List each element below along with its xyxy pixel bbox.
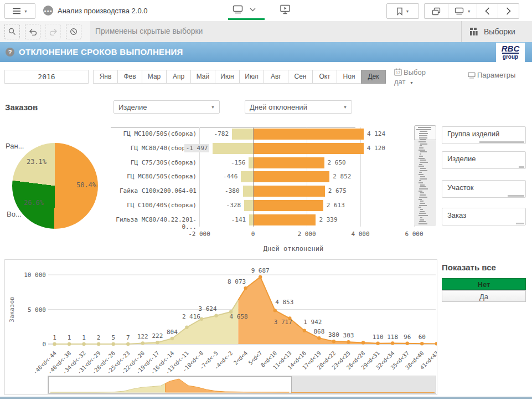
chevron-down-icon — [250, 8, 256, 12]
global-menu-button[interactable]: ▼ — [4, 3, 35, 19]
area-data-point[interactable] — [141, 341, 144, 345]
area-data-point[interactable] — [303, 329, 306, 332]
area-data-point[interactable] — [244, 286, 247, 290]
minimap-bar — [420, 164, 422, 165]
bar-negative[interactable] — [249, 214, 253, 225]
area-chart-range-slider[interactable] — [48, 376, 436, 394]
bar-negative[interactable] — [243, 186, 253, 197]
area-data-point[interactable] — [214, 314, 218, 317]
bookmarks-button[interactable]: ▼ — [386, 3, 419, 19]
area-data-point[interactable] — [259, 275, 262, 279]
month-button-Сен[interactable]: Сен — [288, 70, 313, 84]
area-data-point[interactable] — [435, 342, 437, 345]
filter-listbox-3[interactable]: Участок — [442, 180, 526, 198]
next-sheet-button[interactable] — [498, 4, 519, 18]
app-window: ▼ ●●● Анализ производства 2.0.0 — [0, 0, 532, 400]
year-filter[interactable]: 2016 — [4, 70, 89, 84]
area-data-point[interactable] — [53, 342, 56, 346]
filter-listbox-1[interactable]: Группа изделий — [442, 126, 526, 144]
bar-positive[interactable] — [254, 143, 364, 154]
bar-positive[interactable] — [254, 200, 323, 211]
area-data-label: 60 — [419, 334, 426, 341]
smart-search-button[interactable] — [4, 24, 20, 39]
area-data-point[interactable] — [185, 326, 188, 329]
date-picker-button[interactable]: 12 Выбор дат ▼ — [394, 68, 433, 88]
month-button-Авг[interactable]: Авг — [264, 70, 288, 84]
bar-positive[interactable] — [254, 129, 364, 140]
area-data-point[interactable] — [97, 342, 100, 346]
parameters-label: Параметры — [477, 71, 515, 79]
active-sheet-indicator — [228, 18, 265, 20]
month-button-Фев[interactable]: Фев — [117, 70, 142, 84]
month-button-Май[interactable]: Май — [190, 70, 215, 84]
parameters-button[interactable]: Параметры — [468, 71, 515, 79]
filter-scrollbar-thumb[interactable] — [519, 166, 524, 168]
area-data-point[interactable] — [171, 337, 174, 340]
month-button-Янв[interactable]: Янв — [93, 70, 118, 84]
presentation-mode-button[interactable] — [280, 4, 291, 14]
bar-negative[interactable] — [249, 157, 253, 168]
area-data-point[interactable] — [332, 340, 335, 343]
current-sheet-button[interactable] — [233, 5, 256, 14]
area-data-point[interactable] — [391, 341, 394, 345]
month-button-Окт[interactable]: Окт — [312, 70, 337, 84]
step-forward-button[interactable] — [45, 24, 61, 39]
previous-sheet-button[interactable] — [477, 4, 498, 18]
area-data-point[interactable] — [126, 342, 130, 346]
minimap-bar — [420, 133, 428, 134]
area-data-point[interactable] — [156, 341, 159, 344]
clear-selections-button[interactable] — [66, 24, 81, 39]
month-button-Июн[interactable]: Июн — [215, 70, 240, 84]
duplicate-sheet-button[interactable] — [425, 4, 448, 18]
minimap-bar — [420, 209, 423, 210]
bar-positive[interactable] — [254, 186, 325, 197]
area-data-point[interactable] — [82, 342, 85, 346]
area-data-point[interactable] — [317, 336, 321, 340]
step-back-button[interactable] — [25, 24, 40, 39]
area-data-point[interactable] — [376, 341, 379, 345]
bar-negative[interactable] — [213, 143, 253, 154]
area-data-point[interactable] — [68, 342, 71, 346]
measure-dropdown[interactable]: Дней отклонений ▼ — [245, 100, 352, 114]
minimap-bar — [420, 182, 423, 183]
dimension-dropdown[interactable]: Изделие ▼ — [113, 100, 220, 114]
bar-negative[interactable] — [241, 171, 253, 182]
filter-scrollbar-thumb[interactable] — [479, 141, 524, 143]
sheet-list-button[interactable]: ▼ — [448, 4, 477, 18]
month-button-Ноя[interactable]: Ноя — [337, 70, 361, 84]
area-data-point[interactable] — [361, 341, 365, 344]
orders-by-deviation-area-chart[interactable]: 05 00010 000Заказов1112571222228042 4163… — [4, 259, 437, 395]
bar-positive[interactable] — [254, 171, 329, 182]
minimap-bar — [419, 166, 420, 167]
bar-negative-value: -1 497 — [175, 145, 209, 152]
bar-chart-minimap-scrollbar[interactable] — [414, 125, 436, 226]
pie-slice-label-ontime: Во... — [7, 210, 22, 218]
month-button-Дек[interactable]: Дек — [361, 70, 386, 84]
area-data-point[interactable] — [112, 342, 115, 346]
bar-x-tick-label: 2 000 — [289, 230, 324, 238]
area-data-point[interactable] — [347, 340, 350, 343]
app-icon[interactable]: ●●● — [43, 6, 53, 16]
show-all-option-yes[interactable]: Да — [442, 290, 526, 302]
month-button-Мар[interactable]: Мар — [142, 70, 167, 84]
month-button-Июл[interactable]: Июл — [239, 70, 264, 84]
area-data-label: 1 — [82, 334, 86, 341]
bar-negative[interactable] — [244, 200, 253, 211]
filter-scrollbar-thumb[interactable] — [508, 195, 524, 197]
bar-positive[interactable] — [254, 214, 316, 225]
bar-negative[interactable] — [232, 129, 253, 140]
filter-scrollbar-thumb[interactable] — [516, 223, 524, 224]
area-data-point[interactable] — [420, 342, 423, 345]
filter-listbox-4[interactable]: Заказ — [442, 208, 526, 225]
show-all-option-no[interactable]: Нет — [442, 278, 526, 290]
monitor-play-icon — [280, 4, 291, 14]
help-icon[interactable]: ? — [6, 48, 14, 57]
minimap-bar — [420, 170, 420, 171]
slider-mini-fill-negative — [50, 383, 166, 392]
month-button-Апр[interactable]: Апр — [166, 70, 191, 84]
filter-listbox-2[interactable]: Изделие — [442, 151, 526, 169]
bar-positive[interactable] — [254, 157, 324, 168]
area-data-point[interactable] — [273, 309, 277, 312]
area-data-point[interactable] — [406, 342, 409, 345]
selections-panel-toggle[interactable]: Выборки — [461, 21, 532, 42]
